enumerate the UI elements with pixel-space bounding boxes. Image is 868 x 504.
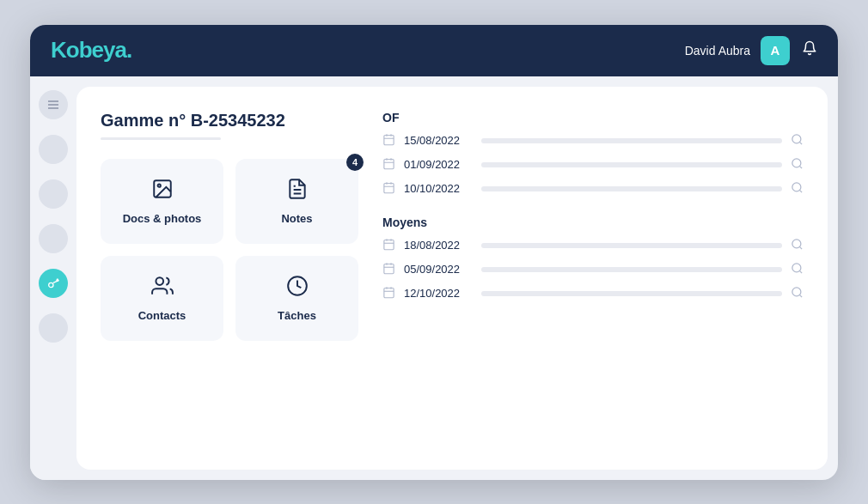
date-bar xyxy=(481,291,782,296)
calendar-icon xyxy=(382,238,395,253)
contacts-label: Contacts xyxy=(138,309,186,322)
calendar-icon xyxy=(382,286,395,301)
svg-point-14 xyxy=(792,134,801,143)
sidebar-item-1[interactable] xyxy=(39,135,68,164)
svg-line-33 xyxy=(799,246,802,249)
notification-bell[interactable] xyxy=(802,40,817,60)
sidebar-item-2[interactable] xyxy=(39,179,68,209)
date-value: 15/08/2022 xyxy=(404,134,473,147)
of-title: OF xyxy=(382,111,804,124)
tasks-icon xyxy=(286,275,309,302)
sidebar xyxy=(30,76,76,480)
svg-point-20 xyxy=(792,158,801,167)
sidebar-item-menu[interactable] xyxy=(39,90,68,119)
svg-point-3 xyxy=(49,282,53,287)
main-body: Gamme n° B-25345232 Docs & photos xyxy=(30,76,838,480)
notes-badge: 4 xyxy=(346,154,364,171)
moyens-date-rows: 18/08/2022 05/09/2022 xyxy=(382,238,804,301)
table-row: 10/10/2022 xyxy=(382,181,804,197)
search-icon[interactable] xyxy=(791,157,804,173)
date-bar xyxy=(481,186,782,191)
right-panel: OF 15/08/2022 xyxy=(382,111,804,452)
left-panel: Gamme n° B-25345232 Docs & photos xyxy=(101,111,358,452)
card-docs-photos[interactable]: Docs & photos xyxy=(101,159,223,244)
date-bar xyxy=(481,243,782,248)
search-icon[interactable] xyxy=(791,262,804,277)
app-logo: Kobeya. xyxy=(51,37,131,64)
sidebar-item-key[interactable] xyxy=(39,269,68,298)
card-contacts[interactable]: Contacts xyxy=(101,256,223,341)
sidebar-item-5[interactable] xyxy=(39,313,68,343)
svg-point-26 xyxy=(792,182,801,191)
notes-icon xyxy=(286,178,309,205)
date-value: 01/09/2022 xyxy=(404,158,473,171)
date-bar xyxy=(481,162,782,167)
svg-point-8 xyxy=(156,277,163,285)
calendar-icon xyxy=(382,157,395,173)
table-row: 01/09/2022 xyxy=(382,157,804,173)
moyens-section: Moyens 18/08/2022 xyxy=(382,216,804,301)
sidebar-item-3[interactable] xyxy=(39,224,68,253)
title-underline xyxy=(101,137,221,140)
content-area: Gamme n° B-25345232 Docs & photos xyxy=(76,87,828,470)
table-row: 15/08/2022 xyxy=(382,133,804,149)
date-value: 05/09/2022 xyxy=(404,263,473,276)
user-name: David Aubra xyxy=(685,44,750,58)
svg-rect-22 xyxy=(384,183,394,192)
avatar[interactable]: A xyxy=(761,36,790,65)
app-wrapper: Kobeya. David Aubra A xyxy=(30,25,838,480)
of-section: OF 15/08/2022 xyxy=(382,111,804,197)
search-icon[interactable] xyxy=(791,238,804,253)
search-icon[interactable] xyxy=(791,133,804,149)
table-row: 05/09/2022 xyxy=(382,262,804,277)
taches-label: Tâches xyxy=(278,309,316,322)
date-bar xyxy=(481,138,782,143)
calendar-icon xyxy=(382,262,395,277)
date-value: 12/10/2022 xyxy=(404,287,473,300)
moyens-title: Moyens xyxy=(382,216,804,229)
calendar-icon xyxy=(382,133,395,149)
svg-point-32 xyxy=(792,239,801,247)
search-icon[interactable] xyxy=(791,286,804,301)
contacts-icon xyxy=(151,275,174,302)
search-icon[interactable] xyxy=(791,181,804,197)
date-bar xyxy=(481,267,782,272)
svg-rect-34 xyxy=(384,264,394,273)
navbar: Kobeya. David Aubra A xyxy=(30,25,838,76)
svg-point-44 xyxy=(792,287,801,295)
svg-line-45 xyxy=(799,295,802,297)
image-icon xyxy=(151,178,174,205)
date-value: 18/08/2022 xyxy=(404,239,473,252)
card-notes[interactable]: 4 Notes xyxy=(235,159,358,244)
docs-photos-label: Docs & photos xyxy=(123,212,202,225)
date-value: 10/10/2022 xyxy=(404,182,473,195)
of-date-rows: 15/08/2022 01/09/2022 xyxy=(382,133,804,197)
svg-line-15 xyxy=(799,142,802,144)
svg-point-38 xyxy=(792,263,801,271)
cards-grid: Docs & photos 4 xyxy=(101,159,358,341)
svg-rect-10 xyxy=(384,135,394,144)
card-taches[interactable]: Tâches xyxy=(235,256,358,341)
svg-line-27 xyxy=(799,190,802,192)
table-row: 12/10/2022 xyxy=(382,286,804,301)
page-title: Gamme n° B-25345232 xyxy=(101,111,358,131)
svg-point-5 xyxy=(157,184,160,186)
svg-line-39 xyxy=(799,270,802,273)
calendar-icon xyxy=(382,181,395,197)
svg-rect-40 xyxy=(384,288,394,297)
svg-rect-28 xyxy=(384,240,394,249)
svg-line-21 xyxy=(799,166,802,168)
notes-label: Notes xyxy=(281,212,312,225)
table-row: 18/08/2022 xyxy=(382,238,804,253)
svg-rect-16 xyxy=(384,159,394,168)
